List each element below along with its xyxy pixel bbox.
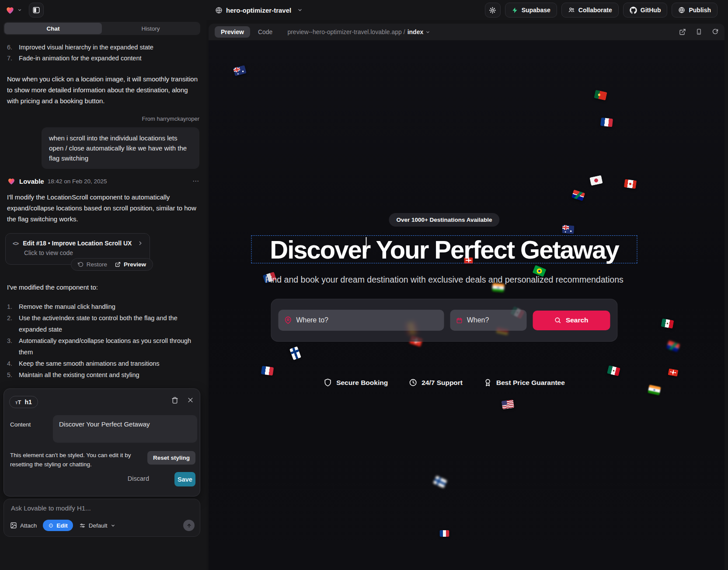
- list-item: 5.Maintain all the existing content and …: [7, 369, 199, 381]
- chat-panel: Chat History 6.Improved visual hierarchy…: [0, 20, 206, 570]
- feature-secure-booking: Secure Booking: [324, 378, 388, 387]
- map-pin-icon: [285, 316, 292, 324]
- search-icon: [554, 317, 561, 324]
- sidebar-panel-icon: [32, 6, 40, 14]
- features-row: Secure Booking 24/7 Support Best Price G…: [324, 378, 565, 387]
- flag-france: [600, 118, 613, 127]
- clock-icon: [409, 378, 417, 387]
- tab-preview[interactable]: Preview: [215, 26, 250, 38]
- default-mode-dropdown[interactable]: Default: [79, 522, 115, 529]
- flag-canada: [624, 179, 637, 189]
- edit-mode-button[interactable]: Edit: [43, 520, 73, 531]
- publish-button[interactable]: Publish: [672, 3, 718, 17]
- edit-version-card[interactable]: <> Edit #18 • Improve Location Scroll UX…: [5, 233, 150, 265]
- reset-styling-button[interactable]: Reset styling: [147, 451, 195, 465]
- flag-finland: [289, 346, 301, 360]
- open-in-new-tab-button[interactable]: [679, 28, 686, 35]
- restore-button[interactable]: Restore: [74, 261, 111, 268]
- when-input[interactable]: [467, 316, 520, 324]
- h1-selection-outline[interactable]: Discover Your Perfect Getaway: [251, 235, 637, 263]
- people-icon: [568, 7, 575, 14]
- tab-code[interactable]: Code: [258, 28, 272, 35]
- flag-mexico: [607, 365, 620, 376]
- top-bar: hero-optimizer-travel Supabase Collabora…: [0, 0, 728, 20]
- preview-url[interactable]: preview--hero-optimizer-travel.lovable.a…: [287, 28, 430, 35]
- flag-australia: [233, 65, 247, 76]
- assistant-paragraph: I've modified the component to:: [7, 282, 199, 293]
- list-item: 7.Fade-in animation for the expanded con…: [7, 55, 199, 62]
- lovable-logo-heart-icon[interactable]: [5, 5, 15, 15]
- tab-chat[interactable]: Chat: [4, 23, 102, 34]
- tab-history[interactable]: History: [102, 23, 199, 34]
- arrow-up-icon: [186, 523, 192, 528]
- message-more-icon[interactable]: ⋯: [192, 177, 199, 185]
- github-icon: [630, 7, 637, 14]
- list-item: 2.Use the activeIndex state to control b…: [7, 312, 199, 335]
- content-textarea[interactable]: Discover Your Perfect Getaway: [53, 415, 197, 443]
- supabase-button[interactable]: Supabase: [505, 3, 557, 17]
- collaborate-button[interactable]: Collaborate: [561, 3, 619, 17]
- preview-toolbar: Preview Code preview--hero-optimizer-tra…: [209, 24, 725, 40]
- mobile-view-button[interactable]: [696, 28, 702, 35]
- logo-chevron-down-icon[interactable]: [17, 8, 22, 12]
- project-switcher[interactable]: hero-optimizer-travel: [215, 0, 303, 20]
- external-link-icon: [679, 28, 686, 35]
- flag-finland: [433, 476, 447, 488]
- assistant-name: Lovable: [19, 178, 44, 185]
- award-icon: [484, 378, 492, 387]
- flag-india: [648, 385, 661, 395]
- hero-heading: Discover Your Perfect Getaway: [270, 235, 618, 264]
- close-editor-button[interactable]: [187, 397, 194, 404]
- phone-icon: [696, 28, 702, 35]
- publish-globe-icon: [678, 7, 685, 14]
- gear-icon: [489, 7, 496, 14]
- delete-element-button[interactable]: [171, 397, 178, 404]
- project-chevron-down-icon: [297, 7, 303, 13]
- feature-support: 24/7 Support: [409, 378, 463, 387]
- when-field[interactable]: [450, 310, 526, 331]
- send-button[interactable]: [183, 520, 195, 531]
- github-button[interactable]: GitHub: [623, 3, 668, 17]
- chevron-down-icon: [425, 30, 430, 35]
- search-button[interactable]: Search: [533, 311, 610, 330]
- list-item: 3.Automatically expand/collapse location…: [7, 335, 199, 358]
- preview-panel: Preview Code preview--hero-optimizer-tra…: [209, 24, 725, 570]
- lovable-avatar-heart-icon: [7, 177, 16, 185]
- search-card: Search: [271, 299, 618, 342]
- where-to-field[interactable]: [279, 310, 444, 331]
- sliders-icon: [79, 522, 86, 529]
- discard-button[interactable]: Discard: [128, 475, 149, 482]
- where-to-input[interactable]: [296, 316, 438, 324]
- flag-france: [261, 366, 274, 376]
- shield-icon: [324, 378, 332, 387]
- flag-south-africa: [666, 340, 680, 352]
- open-preview-icon: [115, 262, 121, 267]
- flag-mexico: [661, 318, 674, 329]
- flag-switzerland: [668, 368, 679, 377]
- element-tag-chip[interactable]: TT h1: [9, 396, 38, 408]
- trash-icon: [171, 397, 178, 404]
- flag-portugal: [594, 90, 607, 100]
- close-icon: [187, 397, 194, 403]
- chevron-right-icon: [137, 240, 143, 246]
- chat-history-tabs: Chat History: [3, 22, 200, 35]
- assistant-paragraph: I'll modify the LocationScroll component…: [7, 192, 199, 224]
- attach-button[interactable]: Attach: [10, 522, 37, 529]
- restore-icon: [78, 262, 84, 267]
- element-editor-panel: TT h1 Content Discover Your Perfect Geta…: [3, 388, 200, 497]
- save-button[interactable]: Save: [174, 472, 195, 486]
- flag-france: [440, 530, 449, 537]
- refresh-button[interactable]: [712, 28, 718, 35]
- text-caret: [366, 237, 367, 252]
- list-item: 4.Keep the same smooth animations and tr…: [7, 358, 199, 369]
- preview-button[interactable]: Preview: [111, 261, 150, 268]
- code-icon: <>: [13, 240, 18, 247]
- settings-button[interactable]: [485, 3, 501, 17]
- sidebar-toggle-button[interactable]: [29, 3, 44, 17]
- refresh-icon: [712, 28, 718, 35]
- flag-south-africa: [571, 189, 585, 201]
- editor-note: This element can't be styled. You can ed…: [10, 451, 141, 469]
- message-author-label: From harrymckayroper: [7, 115, 199, 122]
- chat-input[interactable]: [11, 504, 190, 512]
- chevron-down-icon: [111, 523, 115, 528]
